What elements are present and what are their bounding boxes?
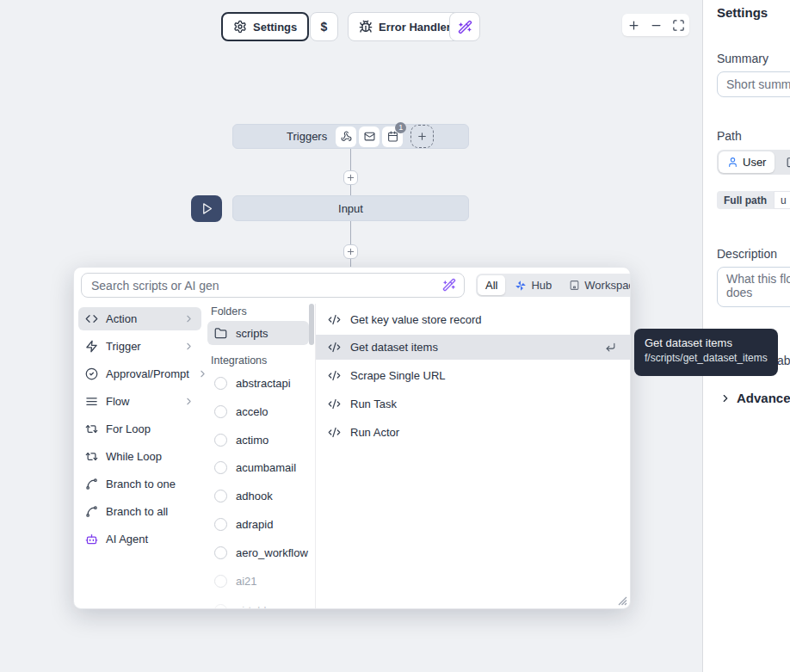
dollar-button[interactable]: $ <box>310 12 338 41</box>
integration-item[interactable]: accelo <box>207 399 309 423</box>
description-textarea[interactable] <box>717 267 790 307</box>
tab-workspace[interactable]: Workspace <box>561 275 631 295</box>
run-flow-button[interactable] <box>191 195 222 222</box>
integration-logo-placeholder <box>214 434 227 447</box>
integration-item[interactable]: actimo <box>207 428 309 452</box>
code-icon <box>85 312 98 325</box>
result-item-selected[interactable]: Get dataset items <box>316 335 630 360</box>
integration-logo-placeholder <box>214 461 227 474</box>
occluded-label-fragment: ab <box>777 354 790 367</box>
integration-item[interactable]: abstractapi <box>207 371 309 395</box>
repeat-icon <box>85 422 98 435</box>
summary-input[interactable] <box>717 71 790 97</box>
menu-item-approval-prompt[interactable]: Approval/Prompt <box>78 362 201 385</box>
full-path-row: Full path u <box>717 191 790 209</box>
integration-logo-placeholder <box>214 546 227 559</box>
menu-item-branch-to-one[interactable]: Branch to one <box>78 472 201 496</box>
result-item[interactable]: Run Task <box>316 391 630 416</box>
triggers-node[interactable]: Triggers 1 <box>232 124 469 149</box>
code-xml-icon <box>328 369 341 382</box>
integration-logo-placeholder <box>214 490 227 502</box>
input-node-label: Input <box>338 202 363 215</box>
schedule-trigger-icon[interactable]: 1 <box>382 126 403 147</box>
enter-key-icon <box>605 342 616 353</box>
summary-label: Summary <box>717 52 768 65</box>
menu-item-ai-agent[interactable]: AI Agent <box>78 527 201 551</box>
chevron-right-icon <box>183 396 194 407</box>
integration-item[interactable]: airtable <box>207 598 309 609</box>
full-path-label: Full path <box>717 191 774 209</box>
webhook-trigger-icon[interactable] <box>336 126 356 147</box>
menu-item-for-loop[interactable]: For Loop <box>78 417 201 441</box>
menu-item-while-loop[interactable]: While Loop <box>78 445 201 468</box>
tooltip-title: Get dataset items <box>645 336 768 349</box>
integration-item[interactable]: ai21 <box>207 569 309 593</box>
folder-item-scripts[interactable]: scripts <box>207 321 309 345</box>
error-handler-label: Error Handler <box>379 21 451 34</box>
menu-item-branch-to-all[interactable]: Branch to all <box>78 500 201 523</box>
integrations-scrollbar[interactable] <box>309 304 314 345</box>
branch-icon <box>85 478 98 490</box>
triggers-node-label: Triggers <box>287 130 327 143</box>
fit-view-icon[interactable] <box>672 19 685 32</box>
integration-item[interactable]: acumbamail <box>207 455 309 479</box>
input-node[interactable]: Input <box>232 195 469 221</box>
code-xml-icon <box>328 398 341 410</box>
path-owner-toggle: User <box>717 150 790 175</box>
ai-gen-wand-icon[interactable] <box>442 278 456 292</box>
result-item[interactable]: Get key value store record <box>316 307 630 332</box>
menu-item-flow[interactable]: Flow <box>78 390 201 413</box>
integration-item[interactable]: adhook <box>207 484 309 508</box>
menu-item-action[interactable]: Action <box>78 307 201 330</box>
settings-button-label: Settings <box>253 21 297 34</box>
code-xml-icon <box>328 313 341 326</box>
email-trigger-icon[interactable] <box>359 126 380 147</box>
path-folder-option[interactable] <box>787 157 790 169</box>
user-icon <box>727 157 738 168</box>
zoom-in-icon[interactable] <box>627 19 640 32</box>
ai-wand-button[interactable] <box>449 12 480 41</box>
integrations-header: Integrations <box>211 354 267 367</box>
hub-windmill-icon <box>515 280 527 292</box>
tab-all[interactable]: All <box>478 275 505 295</box>
insert-node-button[interactable] <box>343 244 358 259</box>
advanced-section-toggle[interactable]: Advanced <box>719 391 790 405</box>
tab-hub[interactable]: Hub <box>507 275 559 295</box>
wand-sparkles-icon <box>458 20 472 34</box>
search-input[interactable] <box>81 273 465 298</box>
search-box <box>81 273 465 298</box>
menu-item-trigger[interactable]: Trigger <box>78 335 201 358</box>
workspace-icon <box>569 280 580 291</box>
gear-icon <box>233 20 247 34</box>
integration-item[interactable]: adrapid <box>207 512 309 536</box>
add-trigger-button[interactable] <box>410 125 434 148</box>
integration-logo-placeholder <box>214 575 227 588</box>
path-user-option[interactable]: User <box>719 151 775 173</box>
script-picker-modal: All Hub Workspace Action Trigger Approva… <box>73 267 631 609</box>
edge-line <box>350 221 351 245</box>
settings-button[interactable]: Settings <box>221 12 309 41</box>
result-item[interactable]: Scrape Single URL <box>316 363 630 388</box>
folders-header: Folders <box>211 305 247 318</box>
edge-line <box>350 184 351 195</box>
schedule-count-badge: 1 <box>395 122 406 133</box>
description-label: Description <box>717 247 777 261</box>
error-handler-button[interactable]: Error Handler <box>348 12 462 41</box>
result-item[interactable]: Run Actor <box>316 420 630 445</box>
branch-icon <box>85 505 98 518</box>
path-label: Path <box>717 129 742 143</box>
zoom-out-icon[interactable] <box>650 19 663 32</box>
edge-line <box>350 258 351 267</box>
insert-node-button[interactable] <box>343 170 358 185</box>
resize-handle-icon[interactable] <box>617 595 627 606</box>
full-path-value: u <box>774 191 790 209</box>
edge-line <box>350 149 351 171</box>
panel-title: Settings <box>717 5 768 20</box>
chevron-right-icon <box>183 313 194 324</box>
integration-logo-placeholder <box>214 377 227 390</box>
flow-editor: Settings $ Error Handler Triggers 1 Inpu… <box>0 0 790 672</box>
flow-lines-icon <box>85 395 98 408</box>
tooltip-path: f/scripts/get_dataset_items <box>645 352 768 364</box>
check-circle-icon <box>85 367 98 380</box>
integration-item[interactable]: aero_workflow <box>207 540 309 564</box>
